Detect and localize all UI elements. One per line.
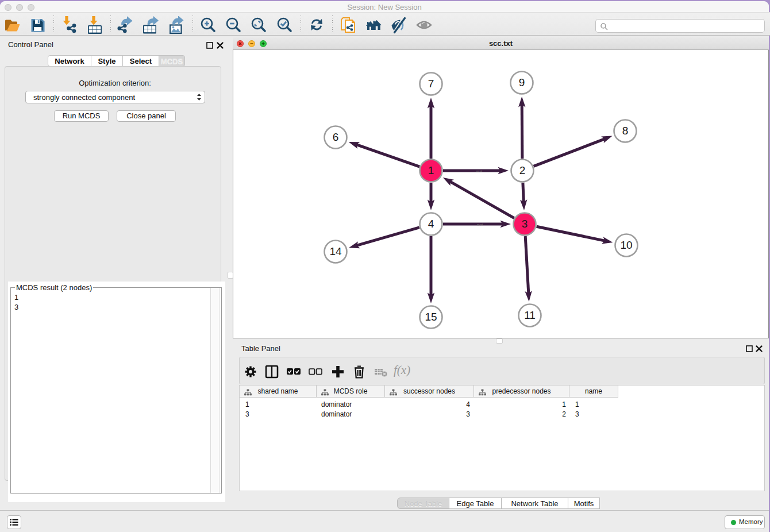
svg-text:14: 14 xyxy=(329,245,342,257)
svg-text:8: 8 xyxy=(622,125,629,137)
svg-text:pp pd: pp pd xyxy=(476,169,482,172)
svg-text:7: 7 xyxy=(428,78,434,90)
svg-text:3: 3 xyxy=(522,218,528,230)
svg-text:11: 11 xyxy=(524,309,536,321)
svg-text:10: 10 xyxy=(620,239,632,251)
svg-text:9: 9 xyxy=(519,76,525,88)
svg-text:4: 4 xyxy=(428,218,434,230)
svg-text:1: 1 xyxy=(428,164,434,176)
svg-text:15: 15 xyxy=(425,311,437,323)
svg-text:pp pd: pp pd xyxy=(477,223,483,226)
svg-text:6: 6 xyxy=(333,131,339,143)
svg-text:2: 2 xyxy=(519,164,526,176)
